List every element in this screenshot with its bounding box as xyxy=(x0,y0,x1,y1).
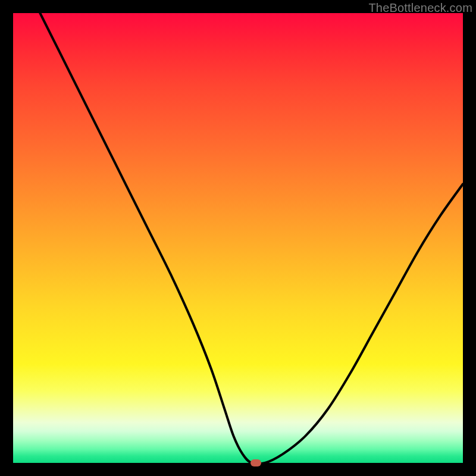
plot-area xyxy=(13,13,463,463)
optimal-marker xyxy=(250,459,261,466)
chart-container: TheBottleneck.com xyxy=(0,0,476,476)
bottleneck-curve xyxy=(13,13,463,463)
